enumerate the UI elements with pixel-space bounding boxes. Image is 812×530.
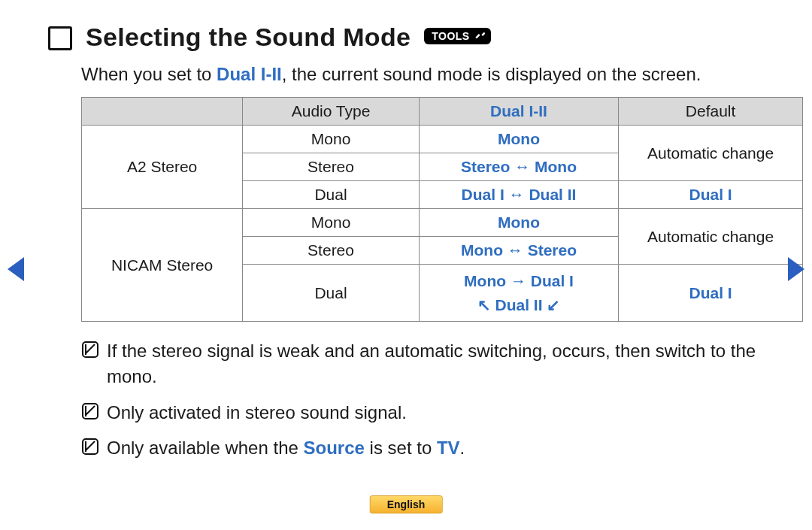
cell-nicam-r1-def: Automatic change bbox=[619, 209, 803, 265]
th-blank bbox=[82, 98, 243, 126]
intro-before: When you set to bbox=[81, 64, 217, 84]
note-icon bbox=[81, 341, 99, 359]
cell-nicam-r1-audio: Mono bbox=[243, 209, 420, 237]
note-3: Only available when the Source is set to… bbox=[81, 435, 767, 461]
cell-nicam-label: NICAM Stereo bbox=[82, 209, 243, 322]
cell-a2-r2-dual: Stereo ↔ Mono bbox=[419, 153, 618, 181]
cell-a2-r1-dual: Mono bbox=[419, 126, 618, 153]
cell-a2-r3-def: Dual I bbox=[619, 181, 803, 209]
table-row: NICAM Stereo Mono Mono Automatic change bbox=[82, 209, 803, 237]
note-1: If the stereo signal is weak and an auto… bbox=[81, 338, 767, 389]
th-default: Default bbox=[619, 98, 803, 126]
cell-a2-r2-audio: Stereo bbox=[243, 153, 420, 181]
intro-after: , the current sound mode is displayed on… bbox=[282, 64, 701, 84]
note-1-text: If the stereo signal is weak and an auto… bbox=[107, 338, 767, 389]
note-icon bbox=[81, 438, 99, 456]
tools-badge-label: TOOLS bbox=[432, 30, 469, 42]
note-icon bbox=[81, 402, 99, 420]
cell-a2-r3-audio: Dual bbox=[243, 181, 420, 209]
table-header-row: Audio Type Dual I-II Default bbox=[82, 98, 803, 126]
language-label: English bbox=[387, 498, 426, 510]
page-title: Selecting the Sound Mode bbox=[86, 23, 411, 52]
sound-mode-table: Audio Type Dual I-II Default A2 Stereo M… bbox=[81, 97, 803, 322]
language-button[interactable]: English bbox=[370, 495, 443, 513]
notes-section: If the stereo signal is weak and an auto… bbox=[81, 338, 767, 460]
tools-icon bbox=[474, 31, 485, 41]
th-audio-type: Audio Type bbox=[243, 98, 420, 126]
cell-nicam-r3-audio: Dual bbox=[243, 265, 420, 322]
cell-a2-r1-def: Automatic change bbox=[619, 126, 803, 181]
tools-badge: TOOLS bbox=[424, 28, 490, 44]
nav-next-arrow-icon[interactable] bbox=[788, 257, 804, 281]
cell-nicam-r2-dual: Mono ↔ Stereo bbox=[419, 237, 618, 265]
cell-nicam-r2-audio: Stereo bbox=[243, 237, 420, 265]
cell-nicam-r1-dual: Mono bbox=[419, 209, 618, 237]
note-3-text: Only available when the Source is set to… bbox=[107, 435, 465, 461]
th-dual: Dual I-II bbox=[419, 98, 618, 126]
intro-text: When you set to Dual I-II, the current s… bbox=[81, 62, 767, 86]
cell-a2-r1-audio: Mono bbox=[243, 126, 420, 153]
note-2: Only activated in stereo sound signal. bbox=[81, 400, 767, 426]
cell-nicam-r3-dual: Mono → Dual I ↖ Dual II ↙ bbox=[419, 265, 618, 322]
cell-nicam-r3-def: Dual I bbox=[619, 265, 803, 322]
table-row: A2 Stereo Mono Mono Automatic change bbox=[82, 126, 803, 153]
section-bullet-icon bbox=[48, 26, 72, 50]
cell-a2-label: A2 Stereo bbox=[82, 126, 243, 209]
intro-highlight: Dual I-II bbox=[217, 64, 282, 84]
nav-prev-arrow-icon[interactable] bbox=[8, 257, 24, 281]
note-2-text: Only activated in stereo sound signal. bbox=[107, 400, 407, 426]
cell-a2-r3-dual: Dual I ↔ Dual II bbox=[419, 181, 618, 209]
